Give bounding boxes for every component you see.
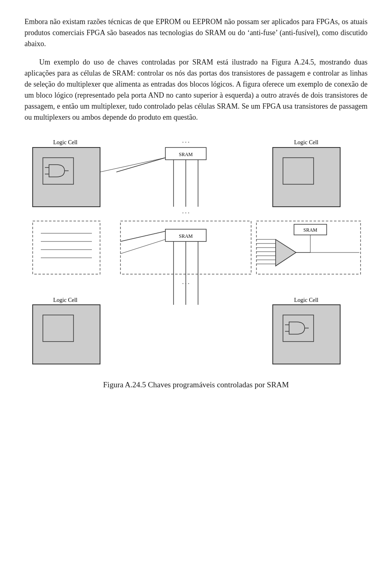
figure-caption-text: Figura A.24.5 Chaves programáveis contro…	[103, 380, 289, 389]
svg-text:SRAM: SRAM	[179, 233, 193, 239]
svg-rect-18	[33, 221, 100, 274]
paragraph-1: Embora não existam razões técnicas de qu…	[24, 16, 368, 49]
svg-text:· · ·: · · ·	[182, 139, 189, 145]
svg-text:· · ·: · · ·	[182, 210, 189, 216]
svg-marker-35	[276, 239, 296, 266]
svg-text:Logic Cell: Logic Cell	[294, 139, 318, 145]
svg-line-29	[120, 231, 165, 241]
svg-line-30	[120, 239, 165, 254]
svg-text:Logic Cell: Logic Cell	[294, 297, 318, 303]
svg-line-13	[100, 158, 165, 172]
svg-text:Logic Cell: Logic Cell	[53, 297, 78, 303]
svg-text:SRAM: SRAM	[179, 152, 193, 157]
svg-text:Logic Cell: Logic Cell	[53, 139, 78, 145]
svg-rect-48	[43, 315, 74, 342]
paragraph-2-text: Um exemplo do uso de chaves controladas …	[24, 58, 368, 121]
svg-rect-17	[283, 158, 314, 184]
paragraph-2: Um exemplo do uso de chaves controladas …	[24, 57, 368, 123]
figure-caption: Figura A.24.5 Chaves programáveis contro…	[24, 380, 368, 389]
diagram-area: Logic Cell · · · SRAM · · · Logic Cell	[29, 135, 363, 372]
svg-text:SRAM: SRAM	[303, 227, 317, 233]
diagram-svg: Logic Cell · · · SRAM · · · Logic Cell	[29, 135, 363, 372]
paragraph-1-text: Embora não existam razões técnicas de qu…	[24, 18, 368, 48]
svg-line-12	[116, 158, 165, 172]
